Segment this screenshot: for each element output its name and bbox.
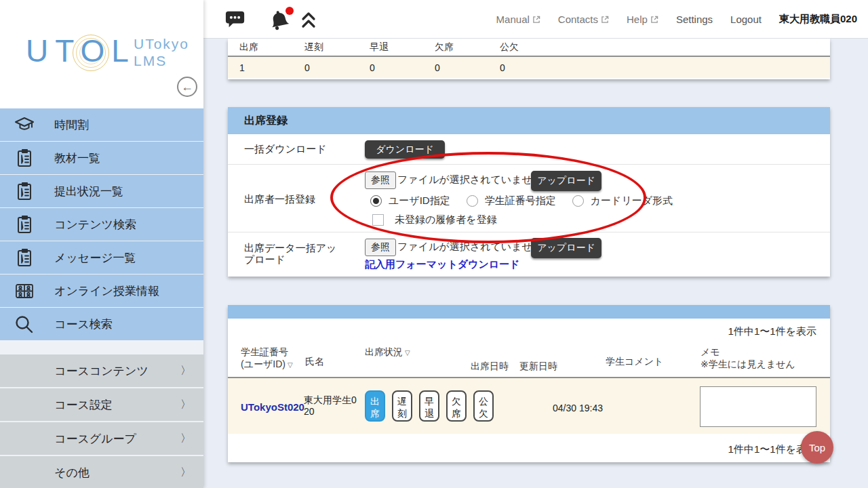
settings-link[interactable]: Settings: [676, 14, 713, 25]
username-label: 東大用教職員020: [779, 13, 857, 26]
status-button-present[interactable]: 出席: [365, 390, 385, 422]
video-meeting-icon: [14, 281, 35, 302]
sidebar-logo-area: UTOL UTokyo LMS ←: [0, 0, 203, 108]
bulk-download-row: 一括ダウンロード ダウンロード: [228, 134, 830, 165]
upload-button[interactable]: アップロード: [531, 238, 601, 258]
sidebar-item-course-contents[interactable]: コースコンテンツ 〉: [0, 354, 203, 387]
register-format-radio-group: ユーザID指定 学生証番号指定 カードリーダ形式: [370, 195, 682, 207]
summary-value-excused: 0: [488, 62, 553, 73]
column-header-name: 氏名: [305, 355, 324, 367]
external-link-icon: [601, 16, 609, 24]
help-link[interactable]: Help: [627, 14, 658, 25]
external-link-icon: [650, 16, 658, 24]
clipboard-pen-icon: [14, 214, 35, 236]
radio-user-id[interactable]: [370, 195, 382, 207]
bulk-download-label: 一括ダウンロード: [244, 143, 327, 156]
chat-icon[interactable]: [224, 9, 247, 29]
sidebar-item-course-search[interactable]: コース検索: [0, 308, 203, 340]
browse-file-button[interactable]: 参照: [365, 239, 396, 256]
data-bulk-label: 出席データ一括アップロード: [244, 242, 346, 265]
summary-header-present: 出席: [228, 41, 293, 54]
upload-button[interactable]: アップロード: [531, 171, 601, 191]
summary-value-present: 1: [228, 62, 293, 73]
sidebar-item-messages[interactable]: メッセージ一覧: [0, 241, 203, 274]
utol-logo: UTOL: [26, 33, 136, 69]
column-header-update-time: 更新日時: [519, 360, 557, 372]
summary-header-row: 出席 遅刻 早退 欠席 公欠: [228, 39, 830, 57]
column-header-student-id[interactable]: 学生証番号 (ユーザID)▽: [241, 346, 293, 371]
summary-header-late: 遅刻: [293, 41, 358, 54]
summary-value-late: 0: [293, 62, 358, 73]
column-header-status[interactable]: 出席状況▽: [365, 346, 410, 359]
double-chevron-up-icon[interactable]: [300, 11, 317, 28]
section-title: 出席登録: [228, 107, 830, 134]
sidebar-item-content-search[interactable]: コンテンツ検索: [0, 208, 203, 241]
scroll-to-top-button[interactable]: Top: [801, 431, 833, 464]
radio-student-card-number[interactable]: [467, 195, 478, 207]
status-button-early-leave[interactable]: 早退: [419, 390, 439, 422]
logo-subtitle: UTokyo LMS: [134, 35, 189, 69]
sort-icon[interactable]: ▽: [405, 349, 410, 357]
topbar-links: Manual Contacts Help Settings Logout 東大用…: [496, 0, 857, 39]
notification-bell-icon[interactable]: [268, 9, 291, 30]
attendance-summary-table: 出席 遅刻 早退 欠席 公欠 1 0 0 0 0: [228, 39, 830, 79]
menu-divider: [0, 341, 203, 354]
chevron-right-icon: 〉: [180, 432, 191, 446]
column-header-attend-time: 出席日時: [471, 360, 509, 372]
browse-file-button[interactable]: 参照: [365, 171, 396, 189]
sidebar-item-course-settings[interactable]: コース設定 〉: [0, 388, 203, 421]
column-header-student-comment: 学生コメント: [606, 355, 663, 367]
sidebar-item-timetable[interactable]: 時間割: [0, 108, 203, 141]
sidebar-menu: 時間割 教材一覧 提出状況一覧: [0, 108, 203, 488]
attendance-data-upload-row: 出席データ一括アップロード 参照 ファイルが選択されていません。 アップロード …: [228, 232, 830, 276]
format-download-link[interactable]: 記入用フォーマットダウンロード: [365, 258, 520, 271]
attendance-register-panel: 出席登録 一括ダウンロード ダウンロード 出席者一括登録 参照 ファイルが選択さ…: [228, 107, 830, 277]
summary-value-row: 1 0 0 0 0: [228, 57, 830, 78]
chevron-right-icon: 〉: [180, 398, 191, 412]
display-count-top: 1件中1〜1件を表示: [728, 325, 816, 338]
sidebar-item-submissions[interactable]: 提出状況一覧: [0, 175, 203, 207]
register-unenrolled-option: 未登録の履修者を登録: [372, 214, 507, 226]
sidebar-item-online-class[interactable]: オンライン授業情報: [0, 274, 203, 307]
sidebar-collapse-button[interactable]: ←: [177, 77, 197, 97]
sidebar: UTOL UTokyo LMS ← 時間割: [0, 0, 203, 488]
sidebar-item-materials[interactable]: 教材一覧: [0, 142, 203, 174]
summary-value-early-leave: 0: [358, 62, 423, 73]
student-id-link[interactable]: UTokyoSt020: [241, 401, 304, 413]
column-header-memo: メモ ※学生には見えません: [701, 346, 795, 370]
notification-badge: [285, 7, 294, 15]
sidebar-item-others[interactable]: その他 〉: [0, 456, 203, 488]
download-button[interactable]: ダウンロード: [365, 140, 445, 159]
file-status-text: ファイルが選択されていません。: [397, 241, 553, 253]
manual-link[interactable]: Manual: [496, 14, 540, 25]
file-status-text: ファイルが選択されていません。: [397, 174, 553, 186]
student-name: 東大用学生020: [304, 394, 361, 418]
clipboard-pen-icon: [14, 181, 35, 203]
topbar: Manual Contacts Help Settings Logout 東大用…: [203, 0, 868, 39]
attendee-bulk-register-row: 出席者一括登録 参照 ファイルが選択されていません。 アップロード ユーザID指…: [228, 165, 830, 232]
status-button-late[interactable]: 遅刻: [392, 390, 412, 422]
summary-value-absent: 0: [423, 62, 488, 73]
search-icon: [14, 314, 35, 336]
sidebar-item-course-group[interactable]: コースグループ 〉: [0, 422, 203, 455]
register-unenrolled-checkbox[interactable]: [372, 214, 384, 226]
student-attendance-table: 1件中1〜1件を表示 学生証番号 (ユーザID)▽ 氏名 出席状況▽ 出席日時 …: [228, 305, 830, 462]
student-row: UTokyoSt020 東大用学生020 出席 遅刻 早退 欠席 公欠 04/3…: [228, 378, 830, 434]
graduation-cap-icon: [14, 115, 35, 136]
status-button-absent[interactable]: 欠席: [446, 390, 467, 422]
external-link-icon: [532, 16, 540, 24]
table-title-bar: [228, 305, 830, 319]
status-button-excused[interactable]: 公欠: [473, 390, 494, 422]
radio-card-reader-format[interactable]: [572, 195, 584, 207]
summary-header-absent: 欠席: [423, 41, 488, 54]
memo-input[interactable]: [700, 386, 816, 427]
attendee-bulk-label: 出席者一括登録: [244, 193, 315, 206]
back-arrow-icon: ←: [181, 80, 193, 94]
logout-link[interactable]: Logout: [730, 14, 762, 25]
summary-header-excused: 公欠: [488, 41, 553, 54]
summary-header-early-leave: 早退: [358, 41, 423, 54]
sort-icon[interactable]: ▽: [288, 361, 293, 369]
clipboard-pen-icon: [14, 247, 35, 269]
update-time-value: 04/30 19:43: [553, 403, 603, 413]
contacts-link[interactable]: Contacts: [558, 14, 609, 25]
